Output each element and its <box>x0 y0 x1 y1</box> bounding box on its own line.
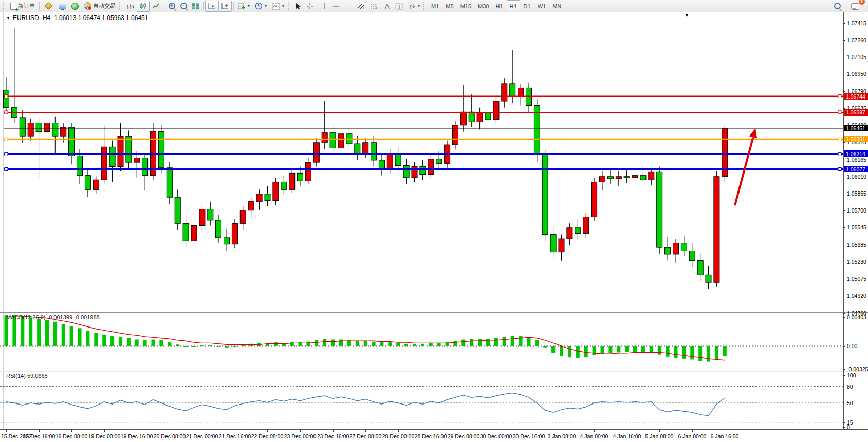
notifications-button[interactable]: 1 <box>848 1 862 12</box>
candle <box>624 177 630 178</box>
zoom-out-button[interactable]: − <box>178 1 190 12</box>
data-window-button[interactable] <box>56 1 69 12</box>
time-axis-label: 15 Dec 16:00 <box>23 433 55 439</box>
macd-bar <box>372 342 376 346</box>
macd-bar <box>666 346 670 357</box>
chart-shift-button[interactable] <box>218 1 232 12</box>
equidistant-channel-button[interactable]: E <box>355 1 368 12</box>
notification-badge: 1 <box>859 0 865 5</box>
line-handle[interactable] <box>838 111 841 114</box>
toolbar-grip <box>288 2 290 10</box>
time-axis-label: 27 Dec 08:00 <box>349 433 381 439</box>
crosshair-button[interactable] <box>304 1 316 12</box>
candle <box>477 113 483 122</box>
chart-window[interactable]: ▼EURUSD-,H4 1.06013 1.06474 1.05963 1.06… <box>0 12 868 442</box>
indicators-button[interactable]: ▾ <box>269 1 287 12</box>
timeframe-button-D1[interactable]: D1 <box>521 0 534 12</box>
macd-bar <box>364 341 367 346</box>
dropdown-arrow-icon: ▾ <box>265 4 267 8</box>
auto-scroll-button[interactable] <box>205 1 218 12</box>
line-handle[interactable] <box>838 95 841 98</box>
candle <box>142 158 148 176</box>
chart-shift-marker[interactable]: ▼ <box>685 13 689 18</box>
candle <box>199 209 205 226</box>
line-handle[interactable] <box>5 138 8 141</box>
macd-pane-svg[interactable] <box>0 313 868 371</box>
timeframe-button-H4[interactable]: H4 <box>507 0 520 12</box>
market-watch-button[interactable] <box>41 1 56 12</box>
macd-bar <box>690 346 694 359</box>
timeframe-button-M15[interactable]: M15 <box>457 0 474 12</box>
rsi-pane-svg[interactable] <box>0 372 868 429</box>
cursor-button[interactable] <box>292 1 304 12</box>
macd-bar <box>576 346 580 358</box>
time-axis-label: 28 Dec 00:00 <box>382 433 414 439</box>
timeframe-button-H1[interactable]: H1 <box>492 0 506 12</box>
line-chart-button[interactable] <box>150 1 162 12</box>
horizontal-line-button[interactable] <box>330 1 342 12</box>
line-handle[interactable] <box>5 152 8 156</box>
macd-bar <box>593 346 596 355</box>
macd-bar <box>633 346 637 352</box>
time-tick <box>71 430 72 432</box>
new-order-button[interactable]: 新订单 <box>8 1 38 12</box>
line-handle[interactable] <box>838 168 841 171</box>
time-tick <box>431 430 431 432</box>
new-chart-button[interactable]: ▾ <box>235 1 252 12</box>
trendline-icon <box>345 3 352 10</box>
line-handle[interactable] <box>5 95 8 98</box>
time-axis-label: 5 Jan 08:00 <box>645 433 674 439</box>
autotrading-label: 自动交易 <box>93 2 116 10</box>
tile-windows-button[interactable] <box>190 1 201 12</box>
time-tick <box>594 430 595 432</box>
macd-bar <box>650 346 653 352</box>
text-label-button[interactable]: T <box>393 1 406 12</box>
candlestick-chart-button[interactable] <box>137 1 150 12</box>
symbol-dropdown-icon[interactable]: ▼ <box>6 16 10 21</box>
navigator-icon <box>71 3 79 10</box>
timeframe-toolbar: M1M5M15M30H1H4D1W1MN <box>428 0 564 12</box>
navigator-button[interactable] <box>69 1 81 12</box>
search-button[interactable] <box>832 1 843 12</box>
trend-arrow-annotation[interactable] <box>735 137 753 205</box>
time-axis[interactable]: 15 Dec 202215 Dec 16:0016 Dec 08:0019 De… <box>0 429 868 442</box>
candle <box>240 210 246 224</box>
macd-bar <box>486 339 490 346</box>
macd-bar <box>29 317 32 346</box>
arrows-button[interactable]: ▾ <box>406 1 422 12</box>
zoom-in-button[interactable]: + <box>166 1 178 12</box>
timeframe-button-M5[interactable]: M5 <box>442 0 456 12</box>
line-handle[interactable] <box>838 138 841 141</box>
data-window-icon <box>59 4 66 9</box>
vertical-line-button[interactable] <box>320 1 330 12</box>
macd-bar <box>37 319 41 346</box>
separator <box>318 2 318 10</box>
indicators-icon <box>272 3 280 10</box>
text-button[interactable]: A <box>381 1 393 12</box>
macd-bar <box>127 338 131 346</box>
period-clock-button[interactable]: ▾ <box>252 1 269 12</box>
time-axis-label: 16 Dec 08:00 <box>56 433 87 439</box>
line-handle[interactable] <box>838 152 841 156</box>
autotrading-button[interactable]: 自动交易 <box>81 1 118 12</box>
line-handle[interactable] <box>5 168 8 171</box>
candle <box>681 243 687 251</box>
toolbar-grip <box>423 2 426 10</box>
main-chart-svg[interactable] <box>0 12 868 312</box>
timeframe-button-W1[interactable]: W1 <box>534 0 549 12</box>
candle <box>485 113 491 120</box>
macd-bar <box>396 343 400 346</box>
macd-bar <box>551 346 555 353</box>
timeframe-button-M30[interactable]: M30 <box>475 0 492 12</box>
candle <box>706 275 711 282</box>
fibonacci-button[interactable]: F <box>368 1 381 12</box>
candle <box>69 127 75 156</box>
trendline-button[interactable] <box>342 1 355 12</box>
timeframe-button-M1[interactable]: M1 <box>428 0 442 12</box>
candle <box>592 182 597 217</box>
timeframe-button-MN[interactable]: MN <box>549 0 564 12</box>
line-handle[interactable] <box>5 111 8 114</box>
macd-bar <box>21 316 24 346</box>
time-axis-label: 21 Dec 16:00 <box>219 433 251 439</box>
bar-chart-button[interactable] <box>124 1 137 12</box>
